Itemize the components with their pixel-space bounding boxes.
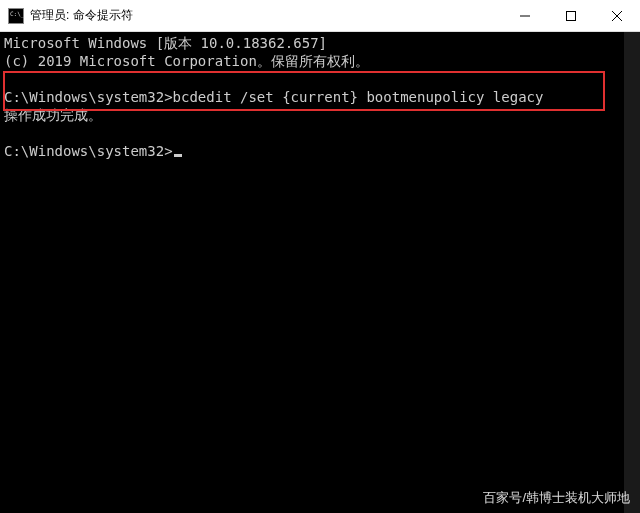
cursor <box>174 154 182 157</box>
prompt-1: C:\Windows\system32> <box>4 89 173 105</box>
close-button[interactable] <box>594 0 640 32</box>
maximize-button[interactable] <box>548 0 594 32</box>
window-controls <box>502 0 640 31</box>
output-1: 操作成功完成。 <box>4 107 102 123</box>
scrollbar[interactable] <box>624 32 640 513</box>
command-1: bcdedit /set {current} bootmenupolicy le… <box>173 89 544 105</box>
window-title: 管理员: 命令提示符 <box>30 7 502 24</box>
titlebar[interactable]: 管理员: 命令提示符 <box>0 0 640 32</box>
console-area[interactable]: Microsoft Windows [版本 10.0.18362.657] (c… <box>0 32 640 513</box>
cmd-icon <box>8 8 24 24</box>
svg-rect-1 <box>567 12 576 21</box>
prompt-2: C:\Windows\system32> <box>4 143 173 159</box>
cmd-window: 管理员: 命令提示符 Microsoft Windows [版本 10.0.18… <box>0 0 640 513</box>
minimize-button[interactable] <box>502 0 548 32</box>
console-header1: Microsoft Windows [版本 10.0.18362.657] <box>4 35 327 51</box>
console-header2: (c) 2019 Microsoft Corporation。保留所有权利。 <box>4 53 369 69</box>
